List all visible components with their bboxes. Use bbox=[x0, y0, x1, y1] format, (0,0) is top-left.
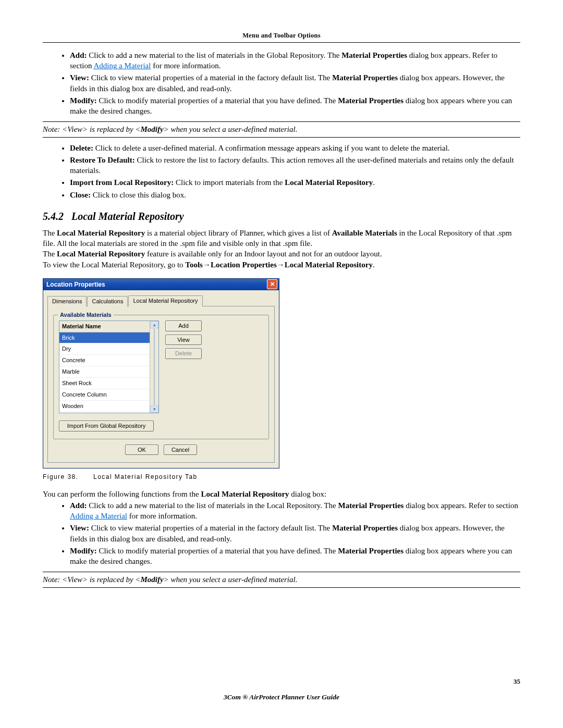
footer-text: 3Com ® AirProtect Planner User Guide bbox=[43, 693, 520, 702]
add-button[interactable]: Add bbox=[165, 320, 202, 331]
close-icon[interactable]: ✕ bbox=[267, 279, 277, 289]
scroll-up-icon[interactable]: ▴ bbox=[150, 321, 158, 328]
scroll-thumb[interactable] bbox=[154, 329, 155, 405]
tab-dimensions[interactable]: Dimensions bbox=[47, 296, 87, 306]
post-figure-intro: You can perform the following functions … bbox=[43, 489, 520, 499]
bullet-add-2: Add: Click to add a new material to the … bbox=[70, 500, 520, 522]
note-2: Note: <View> is replaced by <Modify> whe… bbox=[43, 572, 520, 587]
material-row-marble[interactable]: Marble bbox=[59, 366, 150, 378]
bullet-list-a: Add: Click to add a new material to the … bbox=[63, 50, 520, 117]
bullet-modify: Modify: Click to modify material propert… bbox=[70, 95, 520, 117]
tab-calculations[interactable]: Calculations bbox=[87, 296, 128, 306]
view-button[interactable]: View bbox=[165, 335, 202, 346]
material-row-dry[interactable]: Dry bbox=[59, 343, 150, 355]
bullet-add: Add: Click to add a new material to the … bbox=[70, 50, 520, 71]
column-header[interactable]: Material Name bbox=[59, 321, 150, 332]
link-adding-material-1[interactable]: Adding a Material bbox=[93, 61, 151, 70]
cancel-button[interactable]: Cancel bbox=[164, 445, 197, 455]
dialog-titlebar[interactable]: Location Properties ✕ bbox=[43, 279, 279, 290]
delete-button: Delete bbox=[165, 348, 202, 359]
figure-caption: Figure 38. Local Material Repository Tab bbox=[43, 473, 520, 481]
bullet-close: Close: Click to close this dialog box. bbox=[70, 190, 520, 200]
bullet-view-2: View: Click to view material properties … bbox=[70, 523, 520, 544]
bullet-list-b: Delete: Click to delete a user-defined m… bbox=[63, 143, 520, 200]
page-header: Menu and Toolbar Options bbox=[43, 31, 520, 41]
tab-local-material-repository[interactable]: Local Material Repository bbox=[128, 295, 202, 306]
bullet-list-c: Add: Click to add a new material to the … bbox=[63, 500, 520, 567]
scrollbar[interactable]: ▴ ▾ bbox=[150, 321, 158, 413]
material-row-sheet-rock[interactable]: Sheet Rock bbox=[59, 378, 150, 389]
material-row-glass[interactable]: Glass bbox=[59, 412, 150, 412]
link-adding-material-2[interactable]: Adding a Material bbox=[70, 512, 127, 520]
material-row-wooden[interactable]: Wooden bbox=[59, 401, 150, 412]
page-number: 35 bbox=[513, 677, 520, 686]
section-p2: The Local Material Repository feature is… bbox=[43, 249, 520, 259]
dialog-tabs: Dimensions Calculations Local Material R… bbox=[47, 295, 275, 306]
bullet-restore: Restore To Default: Click to restore the… bbox=[70, 155, 520, 176]
tab-panel: Available Materials Material Name Brick … bbox=[47, 306, 275, 463]
section-p3: To view the Local Material Repository, g… bbox=[43, 260, 520, 270]
ok-button[interactable]: OK bbox=[125, 445, 158, 455]
bullet-import: Import from Local Repository: Click to i… bbox=[70, 177, 520, 188]
header-rule bbox=[43, 42, 520, 43]
bullet-view: View: Click to view material properties … bbox=[70, 72, 520, 94]
material-row-brick[interactable]: Brick bbox=[59, 332, 150, 344]
materials-table[interactable]: Material Name Brick Dry Concrete Marble … bbox=[59, 320, 159, 413]
bullet-delete: Delete: Click to delete a user-defined m… bbox=[70, 143, 520, 153]
available-materials-group: Available Materials Material Name Brick … bbox=[53, 315, 269, 439]
material-row-concrete-column[interactable]: Concrete Column bbox=[59, 389, 150, 401]
note-1: Note: <View> is replaced by <Modify> whe… bbox=[43, 121, 520, 137]
section-heading: 5.4.2 Local Material Repository bbox=[43, 209, 520, 224]
bullet-modify-2: Modify: Click to modify material propert… bbox=[70, 546, 520, 567]
section-p1: The Local Material Repository is a mater… bbox=[43, 228, 520, 249]
group-title: Available Materials bbox=[58, 311, 114, 319]
location-properties-dialog: Location Properties ✕ Dimensions Calcula… bbox=[43, 278, 279, 469]
import-from-global-button[interactable]: Import From Global Repository bbox=[59, 421, 154, 431]
scroll-down-icon[interactable]: ▾ bbox=[150, 405, 158, 413]
material-row-concrete[interactable]: Concrete bbox=[59, 355, 150, 366]
dialog-title: Location Properties bbox=[46, 280, 105, 289]
